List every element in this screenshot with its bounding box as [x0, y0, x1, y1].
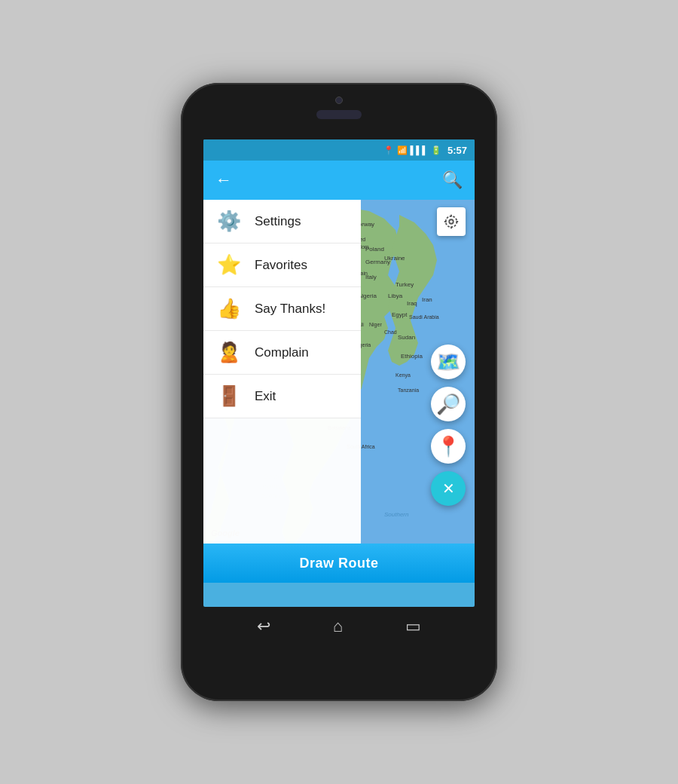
fab-search-btn[interactable]: 🔎 — [431, 387, 466, 421]
menu-item-complain[interactable]: 🙎 Complain — [203, 331, 361, 375]
menu-item-favorites[interactable]: ⭐ Favorites — [203, 243, 361, 287]
screen-wrapper: 📍 📶 ▌▌▌ 🔋 5:57 ← 🔍 — [203, 139, 475, 646]
fab-map-btn[interactable]: 🗺️ — [431, 345, 466, 379]
exit-icon: 🚪 — [215, 383, 243, 410]
say-thanks-icon: 👍 — [215, 296, 243, 323]
wifi-status-icon: 📶 — [397, 145, 408, 155]
fab-close-btn[interactable]: ✕ — [431, 471, 466, 506]
status-icons: 📍 📶 ▌▌▌ 🔋 5:57 — [383, 145, 467, 156]
menu-item-settings[interactable]: ⚙️ Settings — [203, 200, 361, 243]
my-location-button[interactable] — [437, 207, 466, 236]
content-area: Atlantic Ocean South Atlantic Ocean Norw… — [203, 200, 475, 544]
complain-label: Complain — [255, 345, 309, 360]
nav-back-button[interactable]: ↩ — [257, 617, 270, 636]
battery-status-icon: 🔋 — [431, 145, 441, 155]
menu-panel: ⚙️ Settings ⭐ Favorites 👍 Say Thanks! 🙎 … — [203, 200, 361, 544]
settings-label: Settings — [255, 214, 301, 229]
menu-item-exit[interactable]: 🚪 Exit — [203, 375, 361, 418]
status-bar: 📍 📶 ▌▌▌ 🔋 5:57 — [203, 139, 475, 161]
nav-recents-button[interactable]: ▭ — [405, 617, 421, 636]
svg-point-34 — [449, 219, 454, 224]
action-bar: ← 🔍 — [203, 161, 475, 200]
status-time: 5:57 — [447, 145, 467, 156]
phone-bottom-bezel — [181, 646, 497, 701]
exit-label: Exit — [255, 389, 276, 404]
draw-route-button[interactable]: Draw Route — [203, 544, 475, 583]
map-right-controls: 🗺️ 🔎 📍 ✕ — [361, 200, 475, 544]
menu-item-say-thanks[interactable]: 👍 Say Thanks! — [203, 287, 361, 331]
svg-point-35 — [446, 216, 457, 228]
back-button[interactable]: ← — [215, 170, 232, 190]
favorites-icon: ⭐ — [215, 252, 243, 279]
say-thanks-label: Say Thanks! — [255, 302, 325, 317]
phone-camera — [335, 96, 343, 104]
complain-icon: 🙎 — [215, 339, 243, 366]
phone-device: 📍 📶 ▌▌▌ 🔋 5:57 ← 🔍 — [181, 83, 497, 701]
favorites-label: Favorites — [255, 258, 307, 273]
location-status-icon: 📍 — [383, 145, 394, 155]
settings-icon: ⚙️ — [215, 208, 243, 235]
fab-container: 🗺️ 🔎 📍 ✕ — [431, 345, 466, 506]
phone-top-bezel — [181, 83, 497, 139]
phone-speaker — [316, 110, 362, 119]
search-button[interactable]: 🔍 — [442, 170, 463, 190]
fab-marker-btn[interactable]: 📍 — [431, 429, 466, 464]
nav-home-button[interactable]: ⌂ — [333, 617, 343, 636]
bottom-navigation: ↩ ⌂ ▭ — [203, 607, 475, 646]
signal-status-icon: ▌▌▌ — [411, 145, 428, 155]
phone-screen: 📍 📶 ▌▌▌ 🔋 5:57 ← 🔍 — [203, 139, 475, 607]
draw-route-label: Draw Route — [299, 556, 378, 571]
